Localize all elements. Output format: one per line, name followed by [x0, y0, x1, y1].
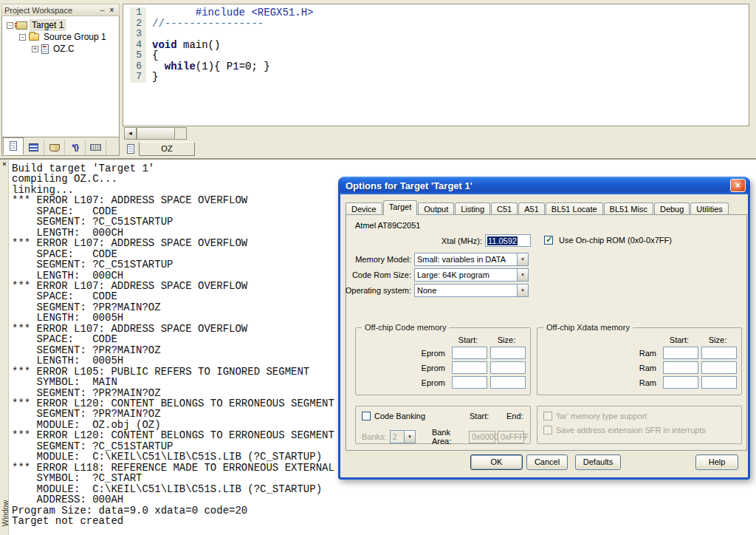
end-header: End: [506, 412, 523, 420]
output-gutter: × Window [0, 160, 9, 535]
xtal-input[interactable]: 11.0592 [485, 234, 531, 247]
code-text: } [146, 72, 158, 83]
eprom-size-input[interactable] [490, 361, 526, 374]
panel-close-button[interactable]: × [107, 6, 117, 15]
dialog-tab-output[interactable]: Output [418, 202, 454, 215]
project-workspace-panel: Project Workspace – × -Target 1-Source G… [1, 4, 120, 156]
chevron-down-icon[interactable]: ▼ [517, 253, 528, 265]
offchip-xdata-memory-group: Off-chip Xdata memory Start: Size: RamRa… [537, 327, 742, 395]
line-number: 1 [130, 7, 146, 18]
dialog-tab-c51[interactable]: C51 [491, 202, 518, 215]
use-onchip-rom-row: Use On-chip ROM (0x0-0x7FF) [544, 236, 672, 245]
files-tab[interactable] [3, 137, 24, 155]
eprom-label: Eprom [356, 378, 449, 387]
editor-tab-bar: OZ [123, 141, 749, 156]
ram-size-input[interactable] [701, 347, 737, 359]
tree-item[interactable]: +OZ.C [2, 43, 119, 55]
column-headers: Start: Size: [537, 335, 737, 344]
scrollbar-thumb[interactable] [137, 128, 175, 139]
workspace-tab-bar: *{} [1, 137, 120, 156]
scroll-left-arrow-icon[interactable]: ◄ [125, 128, 137, 139]
editor-pane: 1 #include <REGX51.H>2//----------------… [123, 4, 749, 156]
dialog-tab-bl51-misc[interactable]: BL51 Misc [604, 202, 653, 215]
editor-horizontal-scrollbar[interactable]: ◄ [124, 127, 187, 140]
checkbox-label: Save address extension SFR in interrupts [556, 426, 706, 435]
functions-tab[interactable]: *{} [65, 140, 86, 155]
code-text [146, 29, 152, 40]
panel-collapse-button[interactable]: – [97, 6, 107, 15]
dialog-body: DeviceTargetOutputListingC51A51BL51 Loca… [340, 194, 748, 477]
target-tab-page: Atmel AT89C2051 Xtal (MHz): 11.0592 Use … [346, 214, 747, 451]
tree-item[interactable]: -Target 1 [2, 19, 119, 31]
far-option: Save address extension SFR in interrupts [543, 426, 741, 435]
ram-start-input[interactable] [663, 347, 698, 359]
ram-start-input[interactable] [663, 361, 698, 374]
ram-size-input[interactable] [701, 361, 737, 374]
defaults-button[interactable]: Defaults [575, 454, 621, 470]
eprom-size-input[interactable] [490, 347, 526, 359]
operating-system-select[interactable]: None ▼ [414, 284, 529, 297]
ram-size-input[interactable] [701, 376, 737, 389]
functions-icon: *{} [72, 143, 78, 151]
dialog-tab-utilities[interactable]: Utilities [690, 202, 728, 215]
code-rom-size-select[interactable]: Large: 64K program ▼ [414, 268, 529, 282]
files-icon [10, 141, 17, 151]
dialog-tab-a51[interactable]: A51 [518, 202, 545, 215]
memory-row: Eprom [356, 361, 526, 374]
output-close-icon[interactable]: × [1, 161, 8, 168]
ram-start-input[interactable] [663, 376, 698, 389]
books-tab[interactable] [44, 140, 65, 155]
dialog-title-bar[interactable]: Options for Target 'Target 1' × [340, 177, 749, 194]
banking-row-2: Banks: 2 ▼ Bank Area: 0x0000 0xFFFF [362, 428, 524, 446]
chevron-down-icon[interactable]: ▼ [517, 269, 528, 281]
code-banking-label: Code Banking [374, 412, 425, 420]
editor-line: 7} [130, 72, 747, 83]
help-button[interactable]: Help [695, 454, 738, 470]
dialog-tab-debug[interactable]: Debug [654, 202, 690, 215]
regs-tab[interactable] [24, 140, 44, 155]
memory-model-label: Memory Model: [346, 255, 411, 264]
dialog-tab-listing[interactable]: Listing [455, 202, 490, 215]
ok-button[interactable]: OK [470, 454, 523, 470]
eprom-start-input[interactable] [452, 376, 487, 389]
cancel-button[interactable]: Cancel [526, 454, 568, 470]
ram-rows: RamRamRam [537, 347, 741, 389]
editor-line: 1 #include <REGX51.H> [130, 7, 747, 18]
memory-row: Ram [537, 376, 737, 389]
group-title: Off-chip Code memory [362, 323, 449, 332]
chevron-down-icon: ▼ [404, 431, 415, 443]
code-text: //---------------- [146, 18, 264, 30]
eprom-start-input[interactable] [452, 347, 487, 359]
start-header: Start: [470, 412, 489, 420]
tree-expander[interactable]: - [7, 22, 13, 29]
editor-line: 3 [130, 29, 747, 40]
dialog-close-button[interactable]: × [730, 179, 746, 192]
tree-expander[interactable]: - [19, 34, 26, 41]
code-editor[interactable]: 1 #include <REGX51.H>2//----------------… [123, 4, 749, 126]
editor-tab-oz[interactable]: OZ [139, 142, 195, 156]
use-onchip-rom-checkbox[interactable] [544, 236, 553, 245]
chevron-down-icon[interactable]: ▼ [517, 284, 528, 296]
device-name-label: Atmel AT89C2051 [355, 221, 420, 230]
tree-item[interactable]: -Source Group 1 [2, 31, 119, 43]
ram-label: Ram [537, 364, 660, 372]
checkbox-label: 'far' memory type support [556, 412, 647, 420]
dialog-tab-target[interactable]: Target [383, 200, 418, 215]
templates-icon [90, 144, 101, 151]
far-option: 'far' memory type support [543, 412, 741, 420]
dialog-tab-bl51-locate[interactable]: BL51 Locate [546, 202, 603, 215]
code-segment: while [165, 61, 196, 72]
tree-expander[interactable]: + [32, 46, 38, 52]
eprom-start-input[interactable] [452, 361, 487, 374]
templates-tab[interactable] [86, 140, 106, 155]
dialog-title: Options for Target 'Target 1' [346, 180, 730, 191]
folder-icon [29, 33, 39, 41]
eprom-size-input[interactable] [490, 376, 526, 389]
banks-value: 2 [391, 432, 404, 441]
memory-model-value: Small: variables in DATA [415, 255, 517, 264]
dialog-tab-device[interactable]: Device [346, 202, 382, 215]
code-banking-checkbox[interactable] [362, 412, 371, 420]
bank-area-start-input: 0x0000 [469, 431, 495, 443]
regs-icon [29, 143, 38, 151]
memory-model-select[interactable]: Small: variables in DATA ▼ [414, 253, 529, 266]
